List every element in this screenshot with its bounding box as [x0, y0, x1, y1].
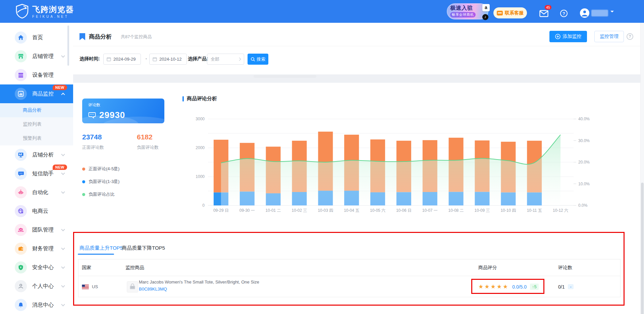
svg-text:10-02 三: 10-02 三	[291, 208, 307, 213]
help-icon[interactable]: ?	[560, 10, 568, 17]
amazon-icon: a	[482, 4, 490, 11]
column-reviews: 评论数	[558, 265, 572, 271]
tab-quality-down-top5[interactable]: 商品质量下降TOP5	[122, 245, 165, 251]
product-title: Marc Jacobs Women's The Small Tote, Silv…	[139, 279, 259, 285]
device-icon	[15, 69, 27, 81]
legend-dot-positive	[82, 168, 85, 171]
chevron-down-icon	[61, 265, 65, 269]
chart-title: 商品评论分析	[187, 96, 217, 102]
legend-dot-ratio	[82, 193, 85, 196]
monitor-manage-button[interactable]: 监控管理	[594, 31, 624, 42]
svg-text:09-30 一: 09-30 一	[239, 208, 255, 213]
sidebar-item-personal-center[interactable]: 个人中心	[0, 277, 73, 296]
svg-text:10-12 六: 10-12 六	[553, 208, 568, 213]
sms-bubble-icon	[15, 168, 27, 180]
sidebar-item-team-management[interactable]: 团队管理	[0, 221, 73, 239]
wallet-icon	[15, 243, 27, 255]
chevron-right-icon	[238, 58, 241, 61]
positive-review-count: 23748	[82, 133, 102, 141]
sidebar-item-message-center[interactable]: 消息中心	[0, 296, 73, 314]
product-code-link[interactable]: B0C89KL3MQ	[139, 287, 259, 292]
main-content: 商品分析 共87个监控商品 添加监控 监控管理 ? 选择时间: 2024-09-…	[73, 23, 644, 314]
table-header: 国家 监控商品 商品评分 评论数	[78, 259, 620, 276]
chevron-down-icon	[61, 303, 65, 306]
date-from-input[interactable]: 2024-09-29	[103, 54, 141, 65]
search-button[interactable]: 搜索	[248, 54, 268, 65]
svg-text:3000: 3000	[196, 117, 205, 121]
promo-banner[interactable]: 极速入驻 畅享全球商机 a ♪	[447, 3, 488, 19]
new-badge: NEW	[53, 85, 67, 90]
sidebar-subitem-product-analysis[interactable]: 商品分析	[0, 103, 73, 117]
svg-text:10-01 二: 10-01 二	[266, 208, 281, 213]
bag-icon	[129, 283, 136, 291]
quality-table: 国家 监控商品 商品评分 评论数 US Marc Jacobs Women's …	[78, 259, 621, 297]
plus-circle-icon	[555, 34, 560, 39]
svg-text:10-10 四: 10-10 四	[500, 208, 516, 213]
review-analysis-chart: 300020001000040.0%30.0%20.0%10.0%0.0%09-…	[188, 111, 637, 216]
user-menu-caret-icon[interactable]	[610, 11, 614, 14]
tab-quality-up-top5[interactable]: 商品质量上升TOP5	[79, 245, 123, 251]
legend-item-positive: 正面评论(4-5星)	[82, 166, 119, 172]
brand-name: 飞跨浏览器	[32, 5, 74, 14]
vertical-scrollbar-track[interactable]	[640, 23, 644, 314]
svg-text:0.0%: 0.0%	[578, 203, 588, 208]
top-navbar: 飞跨浏览器 FEIKUA.NET 极速入驻 畅享全球商机 a ♪ 联系客服 45…	[0, 0, 644, 23]
divider	[73, 46, 644, 46]
store-icon	[15, 50, 27, 62]
sidebar-item-product-monitoring[interactable]: NEW 商品监控	[0, 84, 73, 103]
negative-review-count: 6182	[137, 133, 153, 141]
date-to-input[interactable]: 2024-10-12	[149, 54, 187, 65]
sidebar-item-security-center[interactable]: 安全中心	[0, 258, 73, 277]
svg-text:1000: 1000	[196, 174, 205, 179]
svg-text:40.0%: 40.0%	[578, 117, 590, 121]
chevron-down-icon	[61, 54, 65, 58]
mail-count-badge: 45	[544, 4, 552, 10]
horizontal-scrollbar[interactable]	[254, 75, 316, 78]
svg-text:10-05 六: 10-05 六	[370, 208, 385, 213]
add-monitor-button[interactable]: 添加监控	[549, 31, 587, 42]
product-select[interactable]: 全部	[207, 54, 244, 65]
column-rating: 商品评分	[478, 265, 497, 271]
positive-review-label: 正面评论数	[82, 144, 104, 150]
user-avatar[interactable]	[580, 8, 589, 18]
rating-value: 0.0/5.0	[512, 284, 527, 290]
svg-text:10-11 五: 10-11 五	[527, 208, 542, 213]
table-row[interactable]: US Marc Jacobs Women's The Small Tote, S…	[78, 276, 620, 297]
sidebar-item-sms-assistant[interactable]: NEW 短信助手	[0, 164, 73, 183]
brand-logo[interactable]: 飞跨浏览器 FEIKUA.NET	[15, 4, 74, 20]
chevron-down-icon	[61, 152, 65, 156]
sidebar-item-home[interactable]: 首页	[0, 28, 73, 47]
header-help-icon[interactable]: ?	[627, 33, 633, 40]
negative-review-label: 负面评论数	[137, 144, 159, 150]
new-badge: NEW	[53, 165, 67, 170]
column-product: 监控商品	[125, 265, 144, 271]
analytics-card: 评论数 29930 23748 正面评论数 6182 负面评论数 正面评论(4-…	[73, 83, 644, 314]
bookmark-icon	[79, 33, 85, 42]
sidebar-item-shop-management[interactable]: 店铺管理	[0, 47, 73, 66]
contact-support-button[interactable]: 联系客服	[493, 7, 527, 18]
legend-item-ratio: 负面评论占比	[82, 191, 115, 197]
sidebar: 首页 店铺管理 设备管理 NEW 商品监控 商品分析 监控列表	[0, 23, 73, 314]
contact-support-label: 联系客服	[505, 10, 524, 16]
promo-line1: 极速入驻	[450, 5, 485, 11]
mail-icon[interactable]	[539, 10, 548, 18]
analytics-monitor-icon	[15, 149, 27, 161]
chevron-down-icon	[61, 228, 65, 231]
calendar-icon	[153, 57, 157, 61]
legend-item-negative: 负面评论(1-3星)	[82, 179, 119, 185]
search-icon	[251, 57, 255, 62]
sidebar-item-device-management[interactable]: 设备管理	[0, 66, 73, 84]
svg-text:0: 0	[202, 203, 205, 208]
chevron-down-icon	[61, 190, 65, 194]
sidebar-item-finance-management[interactable]: 财务管理	[0, 239, 73, 258]
sidebar-item-shop-analysis[interactable]: 店铺分析	[0, 145, 73, 164]
sidebar-subitem-monitor-list[interactable]: 监控列表	[0, 117, 73, 131]
username-redacted	[591, 10, 608, 16]
sidebar-item-automation[interactable]: 自动化	[0, 183, 73, 202]
tiktok-icon: ♪	[482, 14, 488, 20]
sidebar-subitem-alert-list[interactable]: 预警列表	[0, 131, 73, 145]
review-count: 0/1	[558, 284, 565, 290]
sidebar-item-ecommerce-cloud[interactable]: 电商云	[0, 202, 73, 221]
vertical-scrollbar-thumb[interactable]	[641, 183, 644, 314]
chevron-down-icon	[61, 171, 65, 175]
